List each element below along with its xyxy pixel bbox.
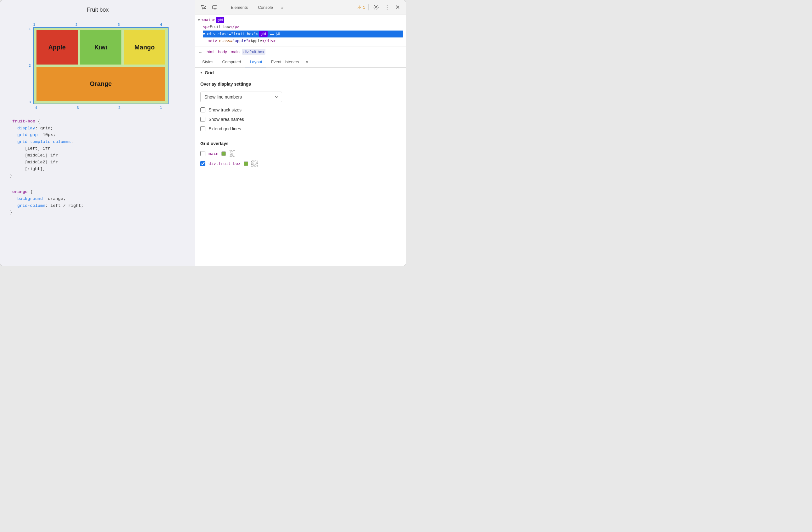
breadcrumb-more[interactable]: ... (199, 50, 202, 54)
grid-section-title: Grid (205, 70, 214, 75)
warning-badge: ⚠ 1 (357, 4, 365, 10)
overlay-main-icon[interactable] (229, 151, 235, 157)
close-button[interactable]: ✕ (393, 3, 402, 12)
breadcrumb-fruit-box[interactable]: div.fruit-box (242, 49, 265, 55)
panel-tabs: Styles Computed Layout Event Listeners » (195, 57, 406, 68)
checkbox-show-area-names: Show area names (200, 117, 401, 122)
checkbox-extend-grid-lines: Extend grid lines (200, 126, 401, 131)
section-divider (200, 136, 401, 136)
tab-computed[interactable]: Computed (218, 57, 245, 67)
grid-section-header[interactable]: ▼ Grid (195, 68, 406, 78)
devtools-toolbar: Elements Console » ⚠ 1 ⋮ ✕ (195, 0, 406, 14)
dropdown-row: Show line numbers Show track sizes Show … (200, 92, 401, 102)
extend-grid-lines-label: Extend grid lines (208, 126, 241, 131)
dom-tree: ▼ <main> grid <p> Fruit box </p> ▼ <div … (195, 14, 406, 47)
tab-console[interactable]: Console (254, 3, 277, 12)
tab-event-listeners[interactable]: Event Listeners (266, 57, 304, 67)
overlay-main-checkbox[interactable] (200, 151, 205, 156)
cell-kiwi: Kiwi (80, 30, 121, 65)
tab-layout[interactable]: Layout (245, 57, 266, 67)
dom-line-p[interactable]: <p> Fruit box </p> (203, 23, 403, 30)
overlay-main-color[interactable] (221, 151, 226, 156)
more-tabs-button[interactable]: » (279, 4, 285, 11)
code-block-fruit-box: .fruit-box { display: grid; grid-gap: 10… (6, 118, 189, 179)
warning-icon: ⚠ (357, 4, 362, 10)
dom-line-fruit-box[interactable]: ▼ <div class="fruit-box" > grid == $0 (203, 30, 403, 38)
devtools-panel: Elements Console » ⚠ 1 ⋮ ✕ (195, 0, 406, 266)
dom-line-apple[interactable]: <div class="apple" > Apple </div> (208, 38, 403, 44)
more-options-button[interactable]: ⋮ (382, 3, 391, 12)
grid-num-bot-m1: -1 (158, 106, 162, 110)
grid-num-bot-m4: -4 (33, 106, 38, 110)
devtools-right-actions: ⚠ 1 ⋮ ✕ (357, 3, 402, 12)
settings-button[interactable] (372, 3, 380, 12)
device-toolbar-button[interactable] (211, 3, 219, 12)
grid-num-top-1: 1 (33, 23, 35, 27)
page-title: Fruit box (6, 6, 189, 13)
dom-line-main[interactable]: ▼ <main> grid (198, 16, 403, 23)
show-area-names-checkbox[interactable] (200, 117, 205, 122)
tab-elements[interactable]: Elements (227, 3, 251, 12)
cell-orange: Orange (37, 67, 165, 101)
show-track-sizes-checkbox[interactable] (200, 107, 205, 112)
code-selector-2: .orange (10, 190, 28, 194)
breadcrumb-main[interactable]: main (230, 49, 241, 55)
overlay-row-main: main (200, 151, 401, 157)
breadcrumb: ... html body main div.fruit-box (195, 47, 406, 57)
grid-num-top-3: 3 (118, 23, 120, 27)
grid-num-top-4: 4 (160, 23, 162, 27)
grid-num-left-3: 3 (29, 100, 31, 104)
grid-overlays-title: Grid overlays (200, 141, 401, 146)
cell-mango: Mango (124, 30, 165, 65)
grid-num-top-2: 2 (75, 23, 78, 27)
overlay-fruit-box-checkbox[interactable] (200, 161, 205, 166)
overlay-display-title: Overlay display settings (200, 82, 401, 87)
grid-visualization: Apple Kiwi Mango Orange (33, 27, 169, 104)
overlay-fruit-box-color[interactable] (244, 162, 248, 166)
show-area-names-label: Show area names (208, 117, 244, 122)
svg-point-2 (376, 6, 377, 8)
cell-apple: Apple (37, 30, 78, 65)
overlay-row-fruit-box: div.fruit-box (200, 160, 401, 167)
overlay-main-label: main (208, 151, 218, 156)
code-block-orange: .orange { background: orange; grid-colum… (6, 188, 189, 215)
grid-num-left-2: 2 (29, 64, 31, 68)
checkbox-show-track-sizes: Show track sizes (200, 107, 401, 112)
grid-num-bot-m3: -3 (75, 106, 79, 110)
line-numbers-dropdown[interactable]: Show line numbers Show track sizes Show … (200, 92, 282, 102)
overlay-fruit-box-label: div.fruit-box (208, 161, 241, 166)
grid-num-left-1: 1 (29, 27, 31, 31)
svg-rect-4 (252, 162, 256, 166)
panel-tab-more[interactable]: » (304, 57, 311, 67)
code-selector-1: .fruit-box (10, 119, 35, 124)
breadcrumb-html[interactable]: html (205, 49, 216, 55)
toolbar-separator-2 (368, 4, 368, 10)
overlay-fruit-box-icon[interactable] (251, 160, 258, 167)
left-panel: Fruit box 1 2 3 4 1 2 3 -1 Apple Kiwi (0, 0, 195, 266)
show-track-sizes-label: Show track sizes (208, 107, 242, 112)
triangle-icon: ▼ (200, 71, 203, 74)
inspect-element-button[interactable] (199, 3, 208, 12)
grid-visual: Apple Kiwi Mango Orange (34, 28, 168, 103)
panel-content: ▼ Grid Overlay display settings Show lin… (195, 68, 406, 266)
tab-styles[interactable]: Styles (198, 57, 218, 67)
svg-rect-3 (230, 152, 234, 155)
grid-section-content: Overlay display settings Show line numbe… (195, 78, 406, 174)
extend-grid-lines-checkbox[interactable] (200, 126, 205, 131)
grid-num-bot-m2: -2 (116, 106, 120, 110)
breadcrumb-body[interactable]: body (217, 49, 228, 55)
